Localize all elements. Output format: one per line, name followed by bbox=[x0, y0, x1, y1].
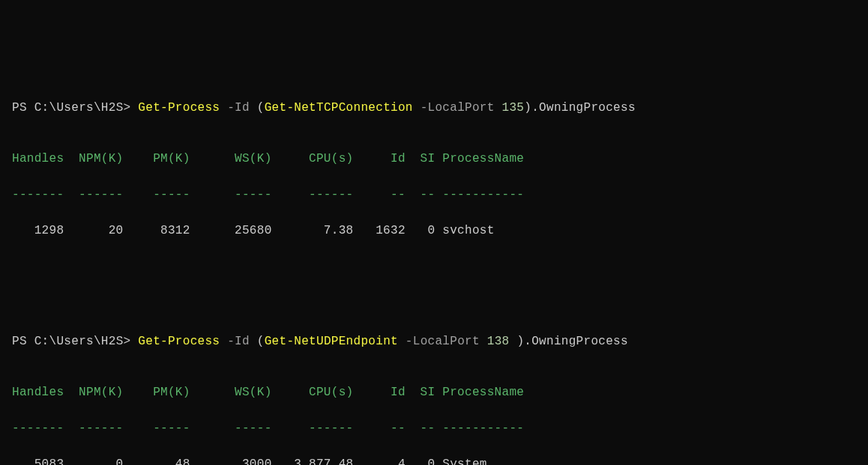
param-localport: -LocalPort bbox=[413, 101, 502, 115]
table-divider: ------- ------ ----- ----- ------ -- -- … bbox=[12, 186, 856, 204]
prompt-path: C:\Users\H2S bbox=[34, 101, 124, 115]
command-block-1: PS C:\Users\H2S> Get-Process -Id (Get-Ne… bbox=[12, 81, 856, 258]
ps-prefix: PS bbox=[12, 335, 34, 348]
table-header: Handles NPM(K) PM(K) WS(K) CPU(s) Id SI … bbox=[12, 383, 856, 401]
cmdlet-get-process: Get-Process bbox=[138, 335, 220, 348]
param-id: -Id bbox=[220, 335, 257, 348]
prompt-line-2[interactable]: PS C:\Users\H2S> Get-Process -Id (Get-Ne… bbox=[12, 332, 856, 350]
table-row: 1298 20 8312 25680 7.38 1632 0 svchost bbox=[12, 222, 856, 240]
ps-prefix: PS bbox=[12, 101, 34, 115]
dot: . bbox=[524, 335, 531, 348]
property-owningprocess: OwningProcess bbox=[531, 335, 628, 348]
open-paren: ( bbox=[257, 335, 265, 348]
table-row: 5083 0 48 3000 3,877.48 4 0 System bbox=[12, 455, 856, 465]
command-block-2: PS C:\Users\H2S> Get-Process -Id (Get-Ne… bbox=[12, 314, 856, 465]
prompt-path: C:\Users\H2S bbox=[34, 335, 124, 348]
param-localport: -LocalPort bbox=[398, 335, 487, 348]
param-id: -Id bbox=[220, 101, 257, 115]
port-number: 135 bbox=[502, 101, 525, 115]
prompt-arrow: > bbox=[124, 335, 139, 348]
cmdlet-get-nettcp: Get-NetTCPConnection bbox=[265, 101, 413, 115]
prompt-line-1[interactable]: PS C:\Users\H2S> Get-Process -Id (Get-Ne… bbox=[12, 99, 856, 117]
prompt-arrow: > bbox=[124, 101, 139, 115]
close-paren: ) bbox=[524, 101, 531, 115]
open-paren: ( bbox=[257, 101, 265, 115]
cmdlet-get-netudp: Get-NetUDPEndpoint bbox=[265, 335, 398, 348]
table-header: Handles NPM(K) PM(K) WS(K) CPU(s) Id SI … bbox=[12, 150, 856, 168]
table-divider: ------- ------ ----- ----- ------ -- -- … bbox=[12, 419, 856, 437]
cmdlet-get-process: Get-Process bbox=[138, 101, 220, 115]
property-owningprocess: OwningProcess bbox=[539, 101, 636, 115]
dot: . bbox=[531, 101, 539, 115]
close-paren: ) bbox=[516, 335, 524, 348]
port-number: 138 bbox=[487, 335, 517, 348]
